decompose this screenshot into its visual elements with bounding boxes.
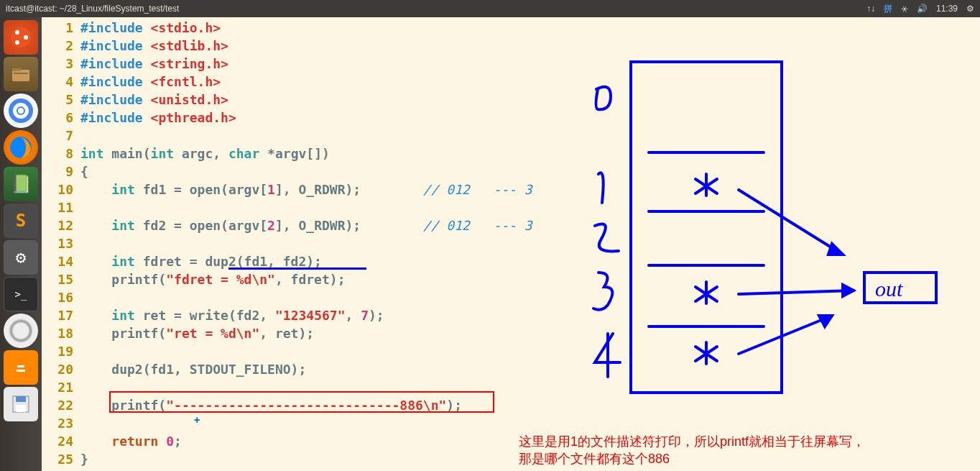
line-number: 21 xyxy=(42,378,73,396)
code-content[interactable]: #include <stdio.h> #include <stdlib.h> #… xyxy=(80,17,980,471)
firefox-icon[interactable] xyxy=(4,130,38,165)
line-number: 5 xyxy=(42,91,73,109)
line-number: 18 xyxy=(42,324,73,342)
book-icon[interactable]: 📗 xyxy=(4,167,38,201)
line-number: 24 xyxy=(42,432,73,450)
line-number: 23 xyxy=(42,414,73,432)
line-number: 1 xyxy=(42,19,73,37)
code-line xyxy=(80,198,980,216)
annotation-text: 这里是用1的文件描述符打印，所以printf就相当于往屏幕写， 那是哪个文件都有… xyxy=(519,433,865,467)
line-number: 2 xyxy=(42,37,73,55)
line-number-gutter: 1 2 3 4 5 6 7 8 9 10 11 12 13 14 15 16 1… xyxy=(42,17,80,471)
line-number: 13 xyxy=(42,234,73,252)
cursor-indicator: + xyxy=(194,411,200,429)
line-number: 15 xyxy=(42,270,73,288)
code-line: printf("ret = %d\n", ret); xyxy=(80,324,980,342)
ubuntu-dash-icon[interactable] xyxy=(4,20,38,55)
line-number: 20 xyxy=(42,360,73,378)
line-number: 14 xyxy=(42,252,73,270)
line-number: 12 xyxy=(42,216,73,234)
code-line: #include <unistd.h> xyxy=(80,91,980,109)
bluetooth-icon[interactable]: ⚹ xyxy=(901,4,908,14)
sublime-icon[interactable]: S xyxy=(4,204,38,238)
svg-rect-17 xyxy=(16,405,26,412)
settings-icon[interactable]: ⚙ xyxy=(4,240,38,275)
line-number: 17 xyxy=(42,306,73,324)
line-number: 16 xyxy=(42,288,73,306)
line-number: 25 xyxy=(42,450,73,468)
svg-rect-6 xyxy=(14,73,28,74)
svg-point-1 xyxy=(24,35,28,40)
code-line: #include <string.h> xyxy=(80,55,980,73)
chrome-icon[interactable] xyxy=(4,93,38,128)
svg-point-2 xyxy=(15,30,19,35)
unity-launcher: 📗 S ⚙ >_ xyxy=(0,17,42,471)
line-number: 11 xyxy=(42,198,73,216)
gear-icon[interactable]: ⚙ xyxy=(966,4,974,14)
svg-rect-16 xyxy=(16,396,26,402)
volume-icon[interactable]: 🔊 xyxy=(917,4,928,14)
code-line: dup2(fd1, STDOUT_FILENO); xyxy=(80,360,980,378)
code-line: int fd1 = open(argv[1], O_RDWR); // 012 … xyxy=(80,180,980,198)
save-icon[interactable] xyxy=(4,387,38,421)
line-number: 19 xyxy=(42,342,73,360)
code-line xyxy=(80,378,980,396)
terminal-icon[interactable]: >_ xyxy=(4,277,38,311)
svg-rect-4 xyxy=(12,70,29,81)
clock[interactable]: 11:39 xyxy=(936,4,958,14)
line-number: 4 xyxy=(42,73,73,91)
code-line: int fd2 = open(argv[2], O_RDWR); // 012 … xyxy=(80,216,980,234)
code-line: printf("-----------------------------886… xyxy=(80,396,980,414)
line-number: 22 xyxy=(42,396,73,414)
ime-indicator[interactable]: 拼 xyxy=(884,3,892,15)
code-line xyxy=(80,342,980,360)
code-line: { xyxy=(80,163,980,180)
code-line: #include <fcntl.h> xyxy=(80,73,980,91)
code-line: int main(int argc, char *argv[]) xyxy=(80,145,980,163)
line-number: 9 xyxy=(42,163,73,180)
network-icon[interactable]: ↑↓ xyxy=(866,4,875,14)
code-line xyxy=(80,288,980,306)
code-line xyxy=(80,414,980,432)
svg-point-10 xyxy=(18,108,24,114)
code-editor[interactable]: 1 2 3 4 5 6 7 8 9 10 11 12 13 14 15 16 1… xyxy=(42,17,980,471)
line-number: 10 xyxy=(42,180,73,198)
code-line: #include <stdlib.h> xyxy=(80,37,980,55)
code-line: #include <stdio.h> xyxy=(80,19,980,37)
svg-rect-14 xyxy=(17,370,25,372)
code-line: printf("fdret = %d\n", fdret); xyxy=(80,270,980,288)
code-line: #include <pthread.h> xyxy=(80,109,980,127)
line-number: 7 xyxy=(42,127,73,145)
top-menu-bar: itcast@itcast: ~/28_Linux/fileSystem_tes… xyxy=(0,0,980,17)
vlc-icon[interactable] xyxy=(4,350,38,385)
window-title: itcast@itcast: ~/28_Linux/fileSystem_tes… xyxy=(6,4,866,14)
line-number: 3 xyxy=(42,55,73,73)
svg-point-3 xyxy=(15,40,19,45)
svg-rect-5 xyxy=(12,68,21,71)
code-line xyxy=(80,234,980,252)
system-tray: ↑↓ 拼 ⚹ 🔊 11:39 ⚙ xyxy=(866,3,974,15)
code-line xyxy=(80,127,980,145)
code-line: int fdret = dup2(fd1, fd2); xyxy=(80,252,980,270)
files-icon[interactable] xyxy=(4,57,38,91)
line-number: 6 xyxy=(42,109,73,127)
code-line: int ret = write(fd2, "1234567", 7); xyxy=(80,306,980,324)
disc-icon[interactable] xyxy=(4,314,38,348)
svg-rect-13 xyxy=(17,365,24,367)
line-number: 8 xyxy=(42,145,73,163)
